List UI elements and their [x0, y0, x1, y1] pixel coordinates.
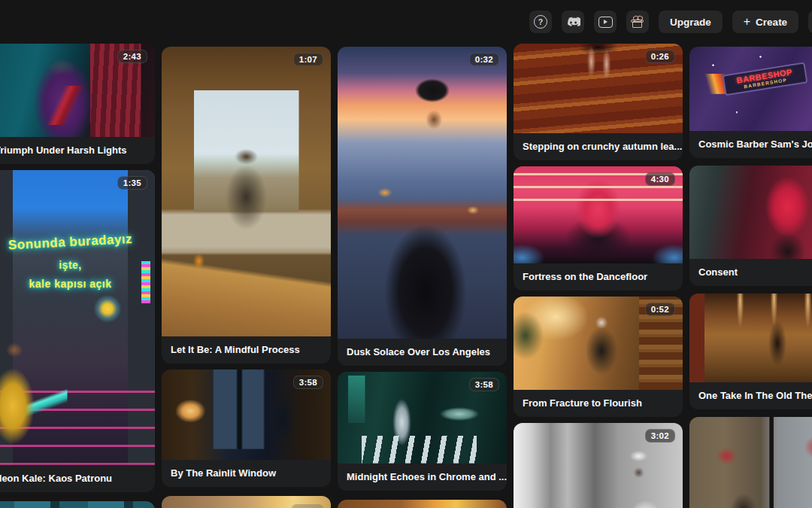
video-thumbnail: 0:26 [514, 44, 683, 133]
youtube-button[interactable] [594, 11, 617, 33]
duration-badge: 0:26 [645, 50, 675, 63]
video-card[interactable]: 3:58 By The Rainlit Window [162, 370, 331, 487]
video-card[interactable]: 0:32 Dusk Solace Over Los Angeles [338, 47, 507, 366]
video-thumbnail: 3:58 [338, 372, 507, 464]
video-thumbnail: 2:43 [0, 44, 155, 137]
video-card[interactable]: 3:02 [514, 423, 683, 508]
thumbnail-overlay-text: işte, [0, 259, 155, 271]
video-thumbnail: 4:30 [514, 166, 683, 263]
video-card[interactable]: Consent [689, 166, 812, 286]
duration-badge: 3:58 [293, 376, 323, 389]
discord-button[interactable] [562, 11, 584, 33]
create-label: Create [756, 17, 787, 28]
video-card[interactable]: 4:30 Fortress on the Dancefloor [514, 166, 683, 291]
video-thumbnail: 0:32 [338, 47, 507, 339]
video-title: Cosmic Barber Sam's Journey [689, 131, 812, 158]
top-nav: ? Upgrade + Create Sign in [0, 0, 812, 43]
video-title: Stepping on crunchy autumn lea... [514, 133, 683, 160]
video-thumbnail [338, 500, 507, 508]
video-masonry-grid: 2:43 Triumph Under Harsh Lights 1:35 Son… [0, 44, 812, 508]
video-title: Consent [689, 259, 812, 286]
grid-column-5: BARBESHOP BARBERSHOP Cosmic Barber Sam's… [689, 44, 812, 508]
thumbnail-sign: BARBESHOP BARBERSHOP [722, 62, 807, 96]
video-thumbnail [689, 166, 812, 259]
gift-icon [632, 17, 644, 28]
video-title: One Take In The Old Theatre [689, 382, 812, 409]
video-card[interactable] [689, 417, 812, 508]
grid-column-1: 2:43 Triumph Under Harsh Lights 1:35 Son… [0, 44, 155, 508]
video-thumbnail: 1:35 Sonunda buradayız işte, kale kapısı… [0, 170, 155, 465]
duration-badge: 4:30 [645, 172, 675, 186]
video-thumbnail [689, 417, 812, 508]
duration-badge: 3:58 [469, 378, 499, 391]
youtube-icon [598, 17, 613, 28]
video-thumbnail [162, 496, 331, 508]
video-thumbnail [0, 501, 155, 508]
video-card[interactable]: 1:35 Sonunda buradayız işte, kale kapısı… [0, 170, 155, 492]
gift-button[interactable] [626, 11, 649, 33]
video-card[interactable]: 3:58 Midnight Echoes in Chrome and ... [338, 372, 507, 491]
upgrade-button[interactable]: Upgrade [659, 11, 723, 33]
video-thumbnail: 1:07 [162, 47, 331, 336]
video-title: Triumph Under Harsh Lights [0, 137, 155, 164]
grid-column-3: 0:32 Dusk Solace Over Los Angeles 3:58 M… [338, 44, 507, 508]
duration-badge: 1:35 [117, 176, 147, 190]
thumbnail-overlay-text: Sonunda buradayız [0, 230, 155, 254]
duration-badge: 0:32 [469, 53, 499, 66]
video-card[interactable]: 1:07 Let It Be: A Mindful Process [162, 47, 331, 364]
discord-icon [566, 17, 580, 28]
help-button[interactable]: ? [529, 11, 552, 33]
video-thumbnail: BARBESHOP BARBERSHOP [689, 47, 812, 131]
create-button[interactable]: + Create [732, 11, 798, 33]
video-thumbnail: 0:52 [514, 297, 683, 390]
video-thumbnail: 3:02 [514, 423, 683, 508]
video-title: Midnight Echoes in Chrome and ... [338, 464, 507, 491]
video-title: By The Rainlit Window [162, 460, 331, 487]
video-card[interactable]: 0:52 From Fracture to Flourish [514, 297, 683, 417]
video-thumbnail: 3:58 [162, 370, 331, 460]
duration-badge: 0:52 [645, 303, 675, 316]
video-title: Dusk Solace Over Los Angeles [338, 339, 507, 366]
video-card[interactable]: One Take In The Old Theatre [689, 294, 812, 409]
video-card[interactable] [162, 496, 331, 508]
video-title: From Fracture to Flourish [514, 390, 683, 417]
duration-badge: 3:02 [645, 429, 675, 443]
video-card[interactable] [338, 500, 507, 508]
video-title: Fortress on the Dancefloor [514, 263, 683, 291]
thumbnail-overlay-text: kale kapısı açık [0, 278, 155, 290]
video-card[interactable]: BARBESHOP BARBERSHOP Cosmic Barber Sam's… [689, 47, 812, 158]
duration-badge: 1:07 [293, 53, 323, 66]
video-card[interactable]: 0:26 Stepping on crunchy autumn lea... [514, 44, 683, 160]
help-icon: ? [534, 15, 547, 29]
duration-badge [292, 504, 323, 508]
video-card[interactable]: 2:43 Triumph Under Harsh Lights [0, 44, 155, 164]
signin-button[interactable]: Sign in [808, 11, 812, 33]
video-card[interactable] [0, 501, 155, 508]
video-title: Let It Be: A Mindful Process [162, 336, 331, 364]
video-thumbnail [689, 294, 812, 382]
plus-icon: + [744, 15, 750, 29]
grid-column-4: 0:26 Stepping on crunchy autumn lea... 4… [514, 44, 683, 508]
nav-actions: ? Upgrade + Create Sign in [529, 11, 812, 33]
grid-column-2: 1:07 Let It Be: A Mindful Process 3:58 B… [162, 44, 331, 508]
video-title: Neon Kale: Kaos Patronu [0, 465, 155, 492]
duration-badge: 2:43 [117, 50, 147, 63]
video-gallery-page: { "nav": { "icons": { "help_glyph": "?" … [0, 0, 812, 508]
